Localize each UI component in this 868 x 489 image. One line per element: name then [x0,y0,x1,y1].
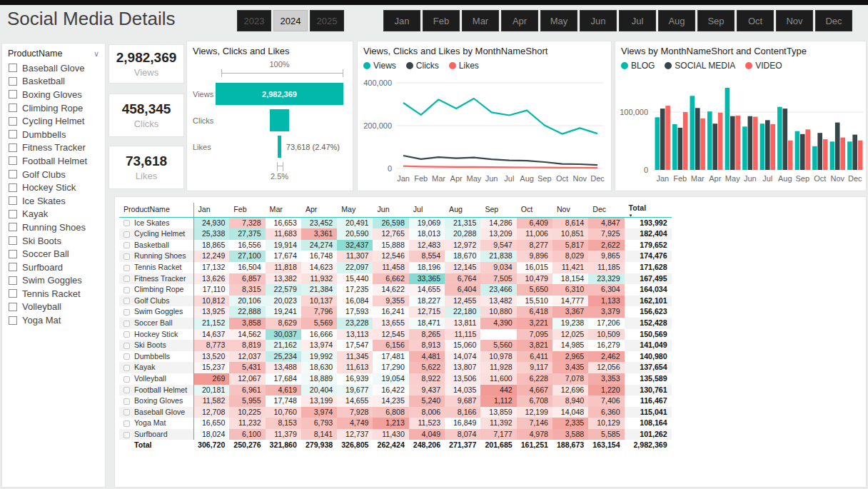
value-cell[interactable]: 8,074 [445,429,480,440]
value-cell[interactable]: 14,286 [480,217,516,228]
slicer-item-yoga-mat[interactable]: Yoga Mat [2,313,105,327]
value-cell[interactable]: 6,708 [517,395,552,407]
expand-icon[interactable] [123,365,130,371]
checkbox-icon[interactable] [9,170,17,178]
value-cell[interactable]: 7,078 [552,373,588,385]
expand-icon[interactable] [123,265,130,271]
month-button-feb[interactable]: Feb [423,10,460,31]
value-cell[interactable]: 8,141 [301,429,337,440]
value-cell[interactable]: 10,225 [229,407,265,418]
value-cell[interactable]: 21,384 [301,284,337,296]
value-cell[interactable]: 11,932 [301,273,337,285]
year-button-2024[interactable]: 2024 [273,10,308,31]
column-header-aug[interactable]: Aug [445,203,480,217]
value-cell[interactable]: 19,238 [552,318,588,329]
value-cell[interactable]: 16,504 [229,262,265,273]
value-cell[interactable]: 11,582 [193,395,229,407]
value-cell[interactable]: 10,479 [517,273,552,285]
slicer-item-swim-goggles[interactable]: Swim Goggles [2,274,105,288]
slicer-item-soccer-ball[interactable]: Soccer Ball [2,247,105,261]
funnel-bar-views[interactable]: 2,982,369 [216,83,343,105]
checkbox-icon[interactable] [9,183,17,192]
value-cell[interactable]: 21,315 [445,217,480,228]
table-row[interactable]: Golf Clubs10,81220,10620,02310,13716,084… [119,296,672,307]
value-cell[interactable]: 19,054 [373,373,408,385]
funnel-chart-body[interactable]: 100%Views2,982,369ClicksLikes73,618 (2.4… [187,59,353,191]
value-cell[interactable]: 11,232 [229,418,265,429]
value-cell[interactable]: 12,037 [229,351,265,363]
checkbox-icon[interactable] [9,117,17,126]
value-cell[interactable]: 11,430 [373,429,408,440]
value-cell[interactable]: 7,406 [588,395,624,407]
slicer-item-fitness-tracker[interactable]: Fitness Tracker [2,141,105,155]
value-cell[interactable]: 10,851 [552,228,588,240]
column-header-dec[interactable]: Dec [588,203,624,217]
value-cell[interactable]: 5,817 [552,240,588,251]
value-cell[interactable]: 14,235 [373,395,408,407]
value-cell[interactable]: 3,367 [552,306,588,318]
checkbox-icon[interactable] [9,223,17,231]
value-cell[interactable]: 12,737 [337,429,373,440]
value-cell[interactable]: 20,023 [266,296,301,307]
value-cell[interactable]: 14,562 [229,329,265,341]
column-header-nov[interactable]: Nov [552,203,588,217]
checkbox-icon[interactable] [9,77,17,86]
value-cell[interactable]: 10,509 [588,329,624,341]
value-cell[interactable]: 15,060 [445,340,480,351]
value-cell[interactable]: 11,392 [480,418,516,429]
value-cell[interactable]: 17,206 [588,318,624,329]
value-cell[interactable]: 14,622 [373,284,408,296]
value-cell[interactable]: 23,466 [480,284,516,296]
value-cell[interactable]: 20,491 [337,217,373,228]
value-cell[interactable]: 4,619 [266,385,301,396]
value-cell[interactable]: 12,056 [588,362,624,373]
funnel-row-likes[interactable]: Likes73,618 (2.47%) [187,136,353,158]
value-cell[interactable]: 6,857 [229,273,265,285]
value-cell[interactable]: 18,196 [409,262,445,273]
funnel-row-clicks[interactable]: Clicks [187,109,353,131]
funnel-bar-likes[interactable] [278,136,281,158]
value-cell[interactable]: 21,162 [266,340,301,351]
month-button-jul[interactable]: Jul [619,10,656,31]
value-cell[interactable]: 5,585 [588,429,624,440]
value-cell[interactable]: 3,821 [517,340,552,351]
value-cell[interactable]: 18,024 [193,429,229,440]
value-cell[interactable]: 13,113 [337,329,373,341]
checkbox-icon[interactable] [9,143,17,152]
value-cell[interactable]: 11,185 [588,262,624,273]
value-cell[interactable]: 17,290 [373,362,408,373]
value-cell[interactable]: 19,677 [337,385,373,396]
expand-icon[interactable] [123,343,130,349]
value-cell[interactable]: 14,655 [337,395,373,407]
expand-icon[interactable] [123,376,130,383]
value-cell[interactable]: 1,133 [588,296,624,307]
value-cell[interactable]: 6,404 [445,284,480,296]
checkbox-icon[interactable] [9,90,17,99]
value-cell[interactable]: 20,288 [445,228,480,240]
value-cell[interactable]: 7,146 [517,418,552,429]
value-cell[interactable]: 19,069 [409,217,445,228]
value-cell[interactable]: 20,590 [337,228,373,240]
value-cell[interactable]: 14,985 [552,340,588,351]
value-cell[interactable]: 3,361 [301,228,337,240]
expand-icon[interactable] [123,242,130,248]
table-row[interactable]: Climbing Rope17,1108,31522,57921,38417,2… [119,284,672,296]
checkbox-icon[interactable] [9,276,17,285]
value-cell[interactable]: 18,630 [301,362,337,373]
value-cell[interactable]: 23,452 [301,217,337,228]
table-row[interactable]: Fitness Tracker13,6266,85713,38211,93215… [119,273,672,285]
month-button-nov[interactable]: Nov [776,10,813,31]
value-cell[interactable]: 5,431 [229,362,265,373]
value-cell[interactable]: 25,234 [266,351,301,363]
value-cell[interactable]: 14,623 [301,262,337,273]
value-cell[interactable]: 10,812 [193,296,229,307]
value-cell[interactable]: 2,335 [552,418,588,429]
value-cell[interactable]: 14,655 [409,284,445,296]
value-cell[interactable]: 8,629 [266,318,301,329]
checkbox-icon[interactable] [9,156,17,165]
expand-icon[interactable] [123,353,130,360]
value-cell[interactable]: 5,569 [301,318,337,329]
year-button-2025[interactable]: 2025 [310,10,344,31]
value-cell[interactable]: 11,523 [409,418,445,429]
value-cell[interactable]: 17,547 [337,340,373,351]
